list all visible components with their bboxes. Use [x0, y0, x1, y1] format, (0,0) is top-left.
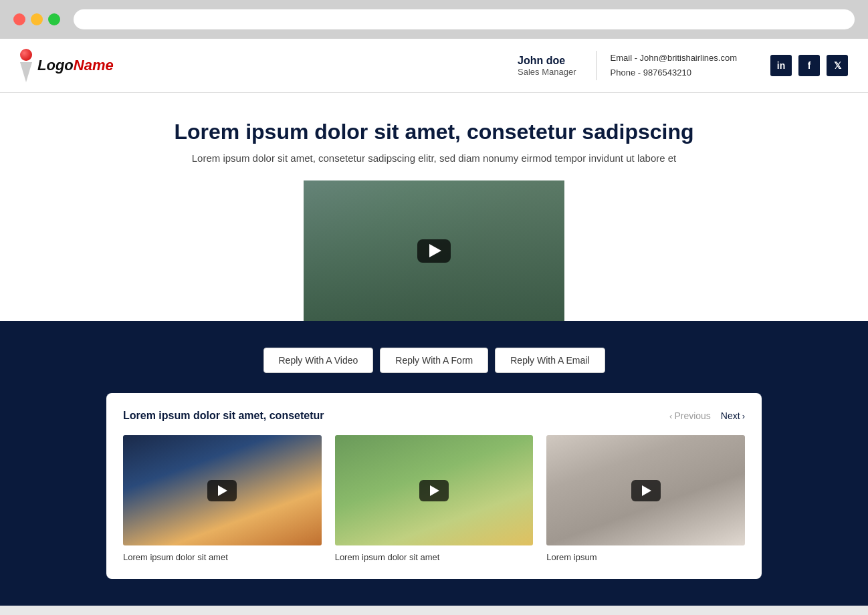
logo-text-name: Name [74, 57, 114, 74]
close-button[interactable] [13, 13, 25, 25]
site-header: LogoName John doe Sales Manager Email - … [0, 39, 868, 93]
gallery-nav: ‹ Previous Next › [669, 410, 745, 421]
thumb-play-triangle-2 [430, 485, 439, 496]
logo-ball [20, 49, 32, 61]
thumb-bg-3 [546, 435, 745, 545]
play-triangle-icon [429, 244, 441, 257]
thumb-play-2[interactable] [419, 480, 449, 501]
browser-chrome [0, 0, 868, 39]
logo-icon [20, 49, 32, 82]
hero-subtitle: Lorem ipsum dolor sit amet, consetetur s… [20, 152, 848, 164]
hero-title: Lorem ipsum dolor sit amet, consetetur s… [20, 120, 848, 144]
thumb-bg-1 [123, 435, 322, 545]
reply-form-button[interactable]: Reply With A Form [380, 348, 488, 373]
chevron-left-icon: ‹ [669, 411, 672, 421]
nav-previous-button[interactable]: ‹ Previous [669, 410, 711, 421]
logo-text-regular: Logo [37, 57, 74, 74]
previous-label: Previous [674, 410, 710, 421]
video-thumb-3 [546, 435, 745, 545]
facebook-icon[interactable]: f [798, 55, 820, 76]
header-contact: John doe Sales Manager Email - John@brit… [518, 51, 848, 80]
user-info: John doe Sales Manager [518, 55, 576, 77]
gallery-title: Lorem ipsum dolor sit amet, consetetur [123, 410, 324, 422]
email-label: Email - John@britishairlines.com [611, 51, 737, 66]
thumb-play-3[interactable] [631, 480, 661, 501]
video-item-3[interactable]: Lorem ipsum [546, 435, 745, 562]
maximize-button[interactable] [48, 13, 60, 25]
reply-buttons: Reply With A Video Reply With A Form Rep… [20, 348, 848, 373]
main-play-button[interactable] [417, 239, 451, 263]
logo-text: LogoName [37, 57, 114, 74]
video-thumb-2 [335, 435, 534, 545]
hero-section: Lorem ipsum dolor sit amet, consetetur s… [0, 93, 868, 164]
minimize-button[interactable] [31, 13, 43, 25]
main-video-bg [304, 180, 564, 321]
nav-next-button[interactable]: Next › [721, 410, 745, 421]
reply-video-button[interactable]: Reply With A Video [263, 348, 374, 373]
dark-section: Reply With A Video Reply With A Form Rep… [0, 321, 868, 606]
video-caption-3: Lorem ipsum [546, 552, 745, 562]
gallery-header: Lorem ipsum dolor sit amet, consetetur ‹… [123, 410, 745, 422]
reply-email-button[interactable]: Reply With A Email [495, 348, 605, 373]
page-wrapper: LogoName John doe Sales Manager Email - … [0, 39, 868, 606]
user-name: John doe [518, 55, 576, 67]
thumb-bg-2 [335, 435, 534, 545]
linkedin-icon[interactable]: in [770, 55, 792, 76]
user-role: Sales Manager [518, 67, 576, 77]
thumb-play-1[interactable] [207, 480, 237, 501]
address-bar[interactable] [74, 9, 855, 29]
logo-cone [20, 62, 32, 82]
thumb-play-triangle-1 [218, 485, 227, 496]
video-caption-2: Lorem ipsum dolor sit amet [335, 552, 534, 562]
video-thumb-1 [123, 435, 322, 545]
next-label: Next [721, 410, 740, 421]
logo-area: LogoName [20, 49, 518, 82]
main-video-container [0, 180, 868, 321]
video-item-2[interactable]: Lorem ipsum dolor sit amet [335, 435, 534, 562]
video-item-1[interactable]: Lorem ipsum dolor sit amet [123, 435, 322, 562]
phone-label: Phone - 9876543210 [611, 66, 737, 80]
traffic-lights [13, 13, 60, 25]
video-caption-1: Lorem ipsum dolor sit amet [123, 552, 322, 562]
twitter-icon[interactable]: 𝕏 [827, 55, 848, 76]
gallery-card: Lorem ipsum dolor sit amet, consetetur ‹… [106, 393, 762, 579]
contact-info: Email - John@britishairlines.com Phone -… [596, 51, 737, 80]
main-video[interactable] [304, 180, 564, 321]
social-icons: in f 𝕏 [770, 55, 848, 76]
chevron-right-icon: › [742, 411, 745, 421]
thumb-play-triangle-3 [642, 485, 651, 496]
video-grid: Lorem ipsum dolor sit amet Lorem ipsum d… [123, 435, 745, 562]
